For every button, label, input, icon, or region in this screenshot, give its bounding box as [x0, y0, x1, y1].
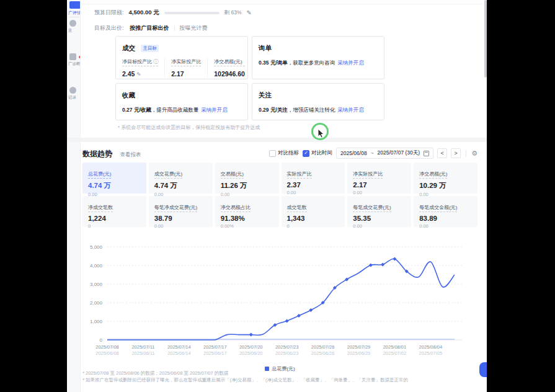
date-range-picker[interactable]: 2025/06/08 ~ 2025/07/07 (30天) — [336, 148, 433, 159]
info-icon[interactable]: ⓘ — [152, 59, 158, 65]
adopt-enable-link[interactable]: 采纳并开启 — [201, 107, 228, 113]
goal-card-title: 收藏 — [122, 91, 135, 100]
data-point-marker — [297, 314, 301, 318]
sidebar-active-label[interactable]: 广评情 — [68, 10, 81, 16]
scrollbar-thumb[interactable] — [484, 0, 487, 78]
sidebar-item[interactable]: 记录 — [68, 87, 81, 100]
metric-tile-label: 净交易额占比 — [221, 204, 251, 212]
metric-tile-label: 净交易额(元) — [419, 171, 447, 179]
camera-icon — [69, 53, 76, 60]
main-window: 广评情 意广诊断记录 预算日限额: 4,500.00 元 剩 63% ✎ 目标及… — [67, 0, 487, 392]
metric-tile-compare-value: 0.00 — [353, 190, 406, 195]
x-tick-compare-label: 2025/06/23 — [275, 350, 299, 356]
compare-metric-checkbox-group[interactable]: 对比指标 — [269, 149, 299, 157]
sidebar-active-tab[interactable] — [69, 1, 81, 9]
goal-card-price: 0.27 元/收藏 — [122, 107, 151, 113]
data-point-marker — [249, 333, 253, 337]
sidebar-item-label: 广诊断 — [68, 61, 81, 67]
goal-card-price: 0.29 元/关注 — [259, 107, 288, 113]
x-tick-label: 2025/08/04 — [419, 344, 443, 350]
metric-tile-0[interactable]: 总花费(元)4.74 万0.00 — [82, 163, 146, 194]
goal-card-desc: 0.35 元/询单，获取更多意向咨询采纳并开启 — [259, 60, 378, 67]
x-tick-label: 2025/07/08 — [95, 344, 119, 350]
floating-side-button[interactable] — [479, 362, 487, 377]
tab-divider — [174, 25, 175, 31]
metric-tile-label: 每笔净成交花费(元) — [154, 204, 197, 212]
metric-tile-compare-value: 0.00 — [419, 223, 472, 229]
sidebar-divider — [69, 17, 79, 17]
goal-card-desc-text: ，增强店铺关注转化 — [288, 107, 335, 113]
metric-tile-value: 38.79 — [154, 215, 207, 222]
prev-period-button[interactable]: < — [437, 148, 447, 158]
budget-remaining: 剩 63% — [224, 9, 242, 17]
chart-footnote-1: * 2025/07/08 至 2025/08/06 的数据；2025/06/08… — [82, 370, 228, 376]
metric-tile-9[interactable]: 成交笔数1,3430 — [282, 196, 345, 227]
x-tick-compare-label: 2025/06/11 — [131, 350, 154, 356]
compare-metric-label: 对比指标 — [278, 149, 299, 157]
metric-tile-label: 成交笔数 — [287, 204, 307, 212]
bulb-icon — [69, 20, 76, 27]
edit-target-icon[interactable]: ✎ — [135, 71, 141, 78]
metric-tile-value: 4.74 万 — [154, 181, 207, 190]
legend-item[interactable]: 总花费(元) — [265, 365, 295, 372]
metric-tile-compare-value: 0.00% — [221, 223, 273, 229]
metric-tile-value: 2.17 — [353, 181, 406, 189]
bid-tab-1[interactable]: 按曝光计费 — [180, 24, 208, 32]
goal-card-desc-text: ，获取更多意向咨询 — [288, 60, 335, 66]
gear-icon[interactable]: ⚙ — [471, 149, 477, 158]
trend-chart: 01,0002,0003,0004,0005,0002025/07/082025… — [82, 241, 477, 364]
metric-tile-5[interactable]: 净交易额(元)10.29 万0.00 — [414, 163, 477, 194]
compare-metric-checkbox[interactable] — [269, 150, 276, 157]
edit-budget-icon[interactable]: ✎ — [247, 9, 252, 16]
metric-tile-4[interactable]: 净实际投产比2.170.00 — [347, 163, 411, 194]
x-tick-label: 2025/08/01 — [383, 344, 407, 350]
deal-metric-value: 2.17 — [171, 70, 201, 78]
top-divider — [81, 4, 487, 4]
deal-metric-label: 净实际投产比 — [171, 58, 201, 66]
adopt-enable-link[interactable]: 采纳并开启 — [337, 107, 364, 113]
goal-bid-row: 目标及出价: 按推广目标出价按曝光计费 — [94, 24, 208, 32]
metric-tile-3[interactable]: 实际投产比2.370.00 — [282, 163, 345, 194]
x-tick-label: 2025/07/26 — [311, 344, 335, 350]
bid-tab-0[interactable]: 按推广目标出价 — [130, 24, 169, 32]
metric-tile-value: 11.26 万 — [221, 181, 273, 190]
view-report-link[interactable]: 查看报表 — [120, 151, 141, 158]
goal-bid-label: 目标及出价: — [94, 24, 124, 32]
data-point-marker — [393, 257, 396, 261]
y-tick-label: 2,000 — [90, 300, 103, 306]
goal-note: * 系统会尽可能达成你设置的目标，保持稳定投放有助于提升达成 — [118, 124, 260, 131]
compare-time-checkbox-group[interactable]: ✓ 对比时间 — [303, 149, 332, 157]
deal-metric-value: 2.45 ✎ — [122, 70, 158, 78]
sidebar-item-label: 意 — [68, 28, 81, 33]
metric-tile-7[interactable]: 每笔净成交花费(元)38.790.00 — [149, 196, 213, 227]
x-tick-compare-label: 2025/07/02 — [383, 350, 407, 356]
compare-time-label: 对比时间 — [311, 149, 332, 157]
metric-tile-8[interactable]: 净交易额占比91.38%0.00% — [215, 196, 279, 227]
metric-tile-compare-value: 0 — [287, 223, 340, 229]
date-range-separator: ~ — [371, 150, 374, 156]
goal-card-title: 关注 — [259, 91, 272, 100]
line-chart-canvas[interactable]: 01,0002,0003,0004,0005,0002025/07/082025… — [82, 241, 477, 362]
next-period-button[interactable]: > — [451, 148, 461, 158]
metric-tile-6[interactable]: 净成交笔数1,2240 — [82, 196, 146, 227]
metric-tile-1[interactable]: 成交花费(元)4.74 万0.00 — [149, 163, 213, 194]
metric-tile-2[interactable]: 交易额(元)11.26 万0.00 — [215, 163, 279, 194]
goal-card-desc: 0.29 元/关注，增强店铺关注转化采纳并开启 — [259, 107, 378, 114]
metric-tile-value: 35.35 — [353, 215, 406, 222]
metric-tile-11[interactable]: 每笔成交金额(元)83.890.00 — [414, 196, 477, 227]
goal-card-deal-title: 成交 — [122, 44, 135, 53]
x-tick-label: 2025/07/20 — [239, 344, 263, 350]
metric-tile-label: 每笔成交花费(元) — [353, 204, 391, 212]
x-tick-label: 2025/07/23 — [275, 344, 299, 350]
sidebar-item[interactable]: 广诊断 — [68, 53, 81, 67]
metric-tile-10[interactable]: 每笔成交花费(元)35.350.00 — [347, 196, 411, 227]
sidebar-item[interactable]: 意 — [68, 20, 81, 33]
metric-tile-label: 净成交笔数 — [88, 204, 113, 212]
adopt-enable-link[interactable]: 采纳并开启 — [337, 60, 364, 66]
x-tick-compare-label: 2025/06/20 — [239, 350, 263, 356]
x-tick-compare-label: 2025/06/29 — [347, 350, 371, 356]
compare-time-checkbox[interactable]: ✓ — [303, 150, 309, 157]
deal-metric: 净目标投产比 ⓘ2.45 ✎ — [122, 58, 165, 78]
x-tick-label: 2025/07/14 — [167, 344, 191, 350]
metric-tiles-grid: 总花费(元)4.74 万0.00成交花费(元)4.74 万0.00交易额(元)1… — [82, 163, 477, 227]
